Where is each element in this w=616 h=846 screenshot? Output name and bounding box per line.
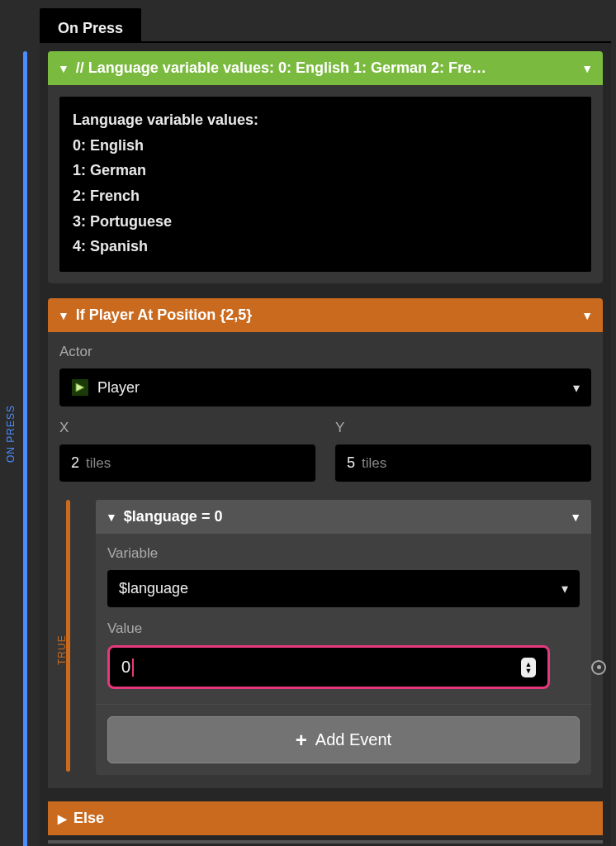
set-variable-block: ▼ $language = 0 ▼ Variable $language ▾ V… [96,500,591,704]
value-label: Value [107,620,580,637]
y-unit: tiles [362,455,386,472]
set-variable-body: Variable $language ▾ Value 0 ▲▼ [96,534,591,704]
actor-select[interactable]: Player ▾ [59,368,591,406]
comment-block: ▼ // Language variable values: 0: Englis… [48,51,603,283]
on-press-rail [23,51,27,846]
set-variable-header-text: $language = 0 [124,508,223,525]
y-value: 5 [347,454,355,472]
variable-select[interactable]: $language ▾ [107,570,580,607]
x-label: X [59,420,315,436]
actor-label: Actor [59,344,591,360]
value-text: 0 [121,658,130,677]
on-press-rail-label: ON PRESS [5,405,17,463]
set-variable-header[interactable]: ▼ $language = 0 ▼ [96,500,591,534]
comment-body: Language variable values: 0: English 1: … [48,85,603,283]
true-branch: TRUE ▼ $language = 0 ▼ Variable $languag… [59,500,591,775]
y-label: Y [335,420,591,436]
menu-icon[interactable]: ▼ [581,62,593,75]
menu-icon[interactable]: ▼ [581,309,593,322]
collapse-icon: ▼ [58,309,69,322]
add-event-label: Add Event [315,730,391,749]
true-rail-label: TRUE [56,634,68,665]
tab-label: On Press [58,20,123,36]
event-panel: ▼ // Language variable values: 0: Englis… [40,41,611,846]
variable-label: Variable [107,545,580,562]
divider [48,840,603,844]
y-input[interactable]: 5 tiles [335,444,591,482]
arrow-right-icon [71,378,89,397]
number-stepper[interactable]: ▲▼ [521,658,536,677]
else-block: ▶ Else [48,801,603,835]
expand-icon: ▶ [58,812,67,825]
x-value: 2 [71,454,79,472]
collapse-icon: ▼ [58,62,69,75]
chevron-down-icon: ▾ [562,581,568,596]
value-input[interactable]: 0 ▲▼ [107,645,550,689]
collapse-icon: ▼ [106,511,117,524]
text-cursor [132,658,134,677]
else-header-text: Else [73,810,104,827]
add-event-button[interactable]: + Add Event [107,716,580,763]
actor-value: Player [97,379,140,397]
add-event-container: + Add Event [96,704,591,775]
if-block: ▼ If Player At Position {2,5} ▼ Actor Pl… [48,298,603,788]
chevron-down-icon: ▾ [573,380,580,396]
x-unit: tiles [86,455,111,472]
if-header-text: If Player At Position {2,5} [76,307,252,324]
comment-header-text: // Language variable values: 0: English … [76,59,581,77]
menu-icon[interactable]: ▼ [570,511,581,524]
if-header[interactable]: ▼ If Player At Position {2,5} ▼ [48,298,603,332]
variable-value: $language [119,580,188,597]
comment-code: Language variable values: 0: English 1: … [59,97,591,272]
value-options-button[interactable] [591,660,606,675]
comment-header[interactable]: ▼ // Language variable values: 0: Englis… [48,51,603,85]
else-header[interactable]: ▶ Else [48,801,603,835]
x-input[interactable]: 2 tiles [59,444,315,482]
if-body: Actor Player ▾ X 2 tiles Y [48,332,603,788]
